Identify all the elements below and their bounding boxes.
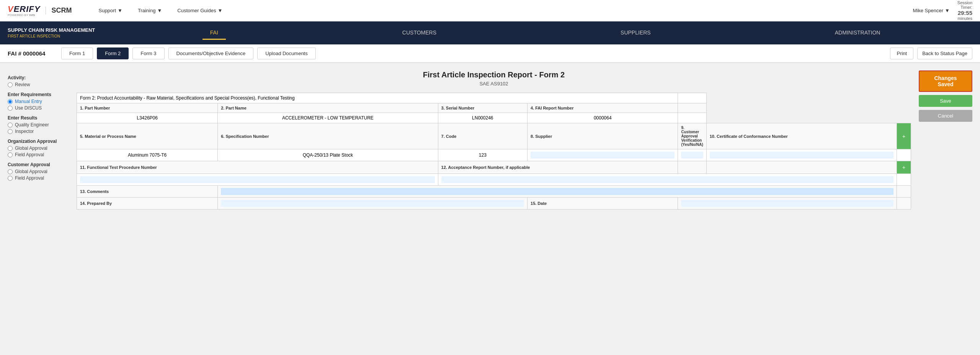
col3-label: 3. Serial Number [438,103,527,113]
part-data-row: L3426P06 ACCELEROMETER - LOW TEMPERATURE… [77,113,911,123]
chevron-down-icon: ▼ [217,8,222,13]
customer-approval-value[interactable] [678,149,706,161]
specification-number-value: QQA-250/13 Plate Stock [218,149,438,161]
prepared-by-spacer [897,198,911,209]
col2-label: 2. Part Name [218,103,438,113]
col6-label: 6. Specification Number [218,123,438,149]
functional-test-label: 11. Functional Test Procedure Number [77,161,438,174]
customer-approval-label: Customer Approval [8,162,69,167]
tab-documents[interactable]: Documents/Objective Evidence [168,47,254,59]
comments-label: 13. Comments [77,186,218,198]
comments-row: 13. Comments [77,186,911,198]
nav-fai[interactable]: FAI [203,26,226,40]
org-field-approval-option[interactable]: Field Approval [8,152,69,157]
acceptance-report-input[interactable] [438,174,897,186]
tab-form3[interactable]: Form 3 [132,47,164,59]
functional-test-input-row [77,174,911,186]
col9-label: 9. Customer Approval Verification (Yes/N… [678,123,706,149]
form-table: Form 2: Product Accountability - Raw Mat… [77,93,911,209]
section-nav-items: FAI CUSTOMERS SUPPLIERS ADMINISTRATION [118,26,972,40]
nav-customers[interactable]: CUSTOMERS [395,26,444,40]
functional-test-input[interactable] [77,174,438,186]
main-content: Activity: Review Enter Requirements Manu… [0,63,980,217]
process-row-spacer [897,149,911,161]
tab-form1[interactable]: Form 1 [61,47,93,59]
activity-review-option[interactable]: Review [8,82,69,87]
date-label: 15. Date [528,198,678,209]
comments-input[interactable] [218,186,897,198]
section-navigation: SUPPLY CHAIN RISK MANAGEMENT FIRST ARTIC… [0,21,980,44]
form-area: First Article Inspection Report - Form 2… [77,70,911,209]
use-discus-option[interactable]: Use DISCUS [8,105,69,111]
save-button[interactable]: Save [919,95,972,107]
verify-logo: VERIFY POWERED BY IVIS [8,4,40,17]
material-name-value: Aluminum 7075-T6 [77,149,218,161]
table-header-spacer [678,93,706,103]
date-input[interactable] [678,198,897,209]
part-name-value: ACCELEROMETER - LOW TEMPERATURE [218,113,438,123]
fai-bar: FAI # 0000064 Form 1 Form 2 Form 3 Docum… [0,44,980,63]
top-nav-links: Support ▼ Training ▼ Customer Guides ▼ [98,8,913,13]
top-navigation: VERIFY POWERED BY IVIS SCRM Support ▼ Tr… [0,0,980,21]
supplier-value[interactable] [528,149,678,161]
code-value: 123 [438,149,527,161]
back-to-status-button[interactable]: Back to Status Page [917,47,972,59]
fai-number: FAI # 0000064 [8,50,54,57]
add-process-row-button[interactable]: + [897,123,911,149]
customer-guides-menu[interactable]: Customer Guides ▼ [177,8,222,13]
process-data-row: Aluminum 7075-T6 QQA-250/13 Plate Stock … [77,149,911,161]
prepared-by-input[interactable] [218,198,528,209]
col-spacer [678,103,706,113]
top-nav-right: Mike Spencer ▼ Session Timer: 29:55 minu… [913,0,973,21]
row-spacer [678,113,706,123]
user-menu[interactable]: Mike Spencer ▼ [913,8,950,13]
col7-label: 7. Code [438,123,527,149]
right-actions: Changes Saved Save Cancel [919,70,972,209]
fai-report-number-value: 0000064 [528,113,678,123]
functional-spacer1 [678,161,706,174]
tab-form2[interactable]: Form 2 [97,47,129,59]
changes-saved-button[interactable]: Changes Saved [919,70,972,92]
comments-spacer [897,186,911,198]
scrm-logo: SCRM [46,7,72,15]
col8-label: 8. Supplier [528,123,678,149]
training-menu[interactable]: Training ▼ [138,8,162,13]
col4-label: 4. FAI Report Number [528,103,678,113]
activity-label: Activity: [8,75,69,80]
inspector-option[interactable]: Inspector [8,129,69,134]
enter-requirements-label: Enter Requirements [8,92,69,97]
support-menu[interactable]: Support ▼ [98,8,122,13]
cust-global-approval-option[interactable]: Global Approval [8,169,69,174]
functional-test-row: 11. Functional Test Procedure Number 12.… [77,161,911,174]
col10-label: 10. Certificate of Conformance Number [706,123,897,149]
functional-spacer2 [706,161,897,174]
section-title: SUPPLY CHAIN RISK MANAGEMENT FIRST ARTIC… [8,27,95,39]
tab-upload[interactable]: Upload Documents [257,47,316,59]
chevron-down-icon: ▼ [118,8,122,13]
org-approval-label: Organization Approval [8,139,69,144]
cancel-button[interactable]: Cancel [919,110,972,122]
form-title: First Article Inspection Report - Form 2 [77,70,911,79]
column-labels-row: 1. Part Number 2. Part Name 3. Serial Nu… [77,103,911,113]
form-subtitle: SAE AS9102 [77,81,911,87]
nav-administration[interactable]: ADMINISTRATION [827,26,888,40]
col1-label: 1. Part Number [77,103,218,113]
session-info: Session Timer: 29:55 minutes [957,0,972,21]
table-header-cell: Form 2: Product Accountability - Raw Mat… [77,93,678,103]
add-functional-button[interactable]: + [897,161,911,174]
functional-input-spacer [897,174,911,186]
part-number-value: L3426P06 [77,113,218,123]
chevron-down-icon: ▼ [945,8,950,13]
org-global-approval-option[interactable]: Global Approval [8,146,69,151]
cert-conformance-value[interactable] [706,149,897,161]
serial-number-value: LN000246 [438,113,527,123]
nav-suppliers[interactable]: SUPPLIERS [613,26,658,40]
print-button[interactable]: Print [890,47,913,59]
cust-field-approval-option[interactable]: Field Approval [8,175,69,181]
table-header-row: Form 2: Product Accountability - Raw Mat… [77,93,911,103]
process-headers-row: 5. Material or Process Name 6. Specifica… [77,123,911,149]
manual-entry-option[interactable]: Manual Entry [8,99,69,104]
quality-engineer-option[interactable]: Quality Engineer [8,122,69,128]
logo-area: VERIFY POWERED BY IVIS SCRM [8,4,72,17]
prepared-by-row: 14. Prepared By 15. Date [77,198,911,209]
